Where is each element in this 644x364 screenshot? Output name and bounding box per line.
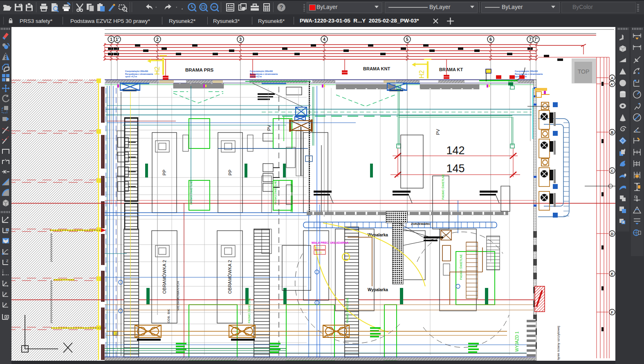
svg-text:2: 2: [156, 37, 159, 42]
svg-text:B: B: [611, 130, 614, 135]
svg-text:Czerpnia/wylot 200x400: Czerpnia/wylot 200x400: [125, 70, 148, 72]
svg-text:PV: PV: [435, 129, 440, 135]
svg-text:PASMO ŚWIETLNE: PASMO ŚWIETLNE: [274, 180, 277, 204]
svg-text:Wypalarka: Wypalarka: [368, 233, 388, 237]
svg-text:BRAMA PRS: BRAMA PRS: [185, 67, 214, 72]
svg-text:ODB. BIK: ODB. BIK: [167, 309, 171, 323]
svg-text:Wypalarka: Wypalarka: [368, 288, 388, 292]
svg-text:Z: Z: [5, 302, 7, 306]
svg-text:145: 145: [446, 162, 464, 175]
svg-text:3: 3: [239, 37, 242, 42]
svg-text:MAŁA PREC. UKŁADARKA: MAŁA PREC. UKŁADARKA: [312, 241, 348, 244]
svg-text:H2: H2: [154, 66, 161, 75]
svg-text:E: E: [611, 272, 613, 276]
svg-text:1': 1': [116, 37, 119, 42]
svg-text:Y: Y: [5, 292, 7, 295]
svg-text:?: ?: [280, 4, 283, 11]
svg-text:4: 4: [323, 37, 325, 42]
svg-text:6: 6: [489, 37, 492, 42]
svg-text:1: 1: [110, 37, 112, 42]
svg-text:BRAMA KT: BRAMA KT: [439, 67, 463, 72]
svg-text:tęnie ściany szczytowej: tęnie ściany szczytowej: [556, 326, 560, 360]
svg-text:OBRAMÓWKA 2: OBRAMÓWKA 2: [227, 260, 232, 294]
svg-text:7: 7: [529, 37, 532, 42]
svg-text:Perspektywa z obramowania: Perspektywa z obramowania: [250, 73, 278, 75]
svg-text:D: D: [611, 232, 614, 236]
svg-text:Czerpnia/wylot 200x400: Czerpnia/wylot 200x400: [515, 70, 538, 72]
svg-text:PASMO ŚWIETLNE: PASMO ŚWIETLNE: [346, 297, 349, 323]
svg-text:WYJAZD 1: WYJAZD 1: [515, 331, 519, 352]
svg-text:TOP: TOP: [578, 68, 590, 75]
svg-text:A: A: [611, 76, 614, 80]
svg-text:F: F: [611, 310, 613, 315]
svg-text:Czerpnia/wylot 200x400: Czerpnia/wylot 200x400: [250, 70, 273, 72]
svg-text:X: X: [5, 281, 7, 285]
svg-text:A': A': [610, 82, 614, 86]
svg-text:spód +4,2 m: spód +4,2 m: [250, 75, 262, 78]
svg-text:142: 142: [446, 144, 464, 157]
svg-text:ZGRZEWARKI: ZGRZEWARKI: [411, 222, 430, 225]
svg-text:Z: Z: [6, 259, 9, 263]
svg-text:7': 7': [534, 37, 538, 42]
svg-text:5: 5: [406, 37, 408, 42]
svg-text:C: C: [611, 169, 614, 173]
svg-text:Perspektywa z obramowania: Perspektywa z obramowania: [125, 73, 153, 75]
svg-text:PASMO ŚWIETLNE: PASMO ŚWIETLNE: [441, 174, 444, 200]
svg-text:BRAMA KNT: BRAMA KNT: [363, 66, 390, 71]
svg-text:NIERAMOWANYCH: NIERAMOWANYCH: [176, 281, 180, 311]
svg-text:H2: H2: [418, 70, 425, 79]
svg-text:Perspektywa z obramowania: Perspektywa z obramowania: [515, 73, 543, 75]
svg-text:PV: PV: [267, 125, 272, 131]
svg-text:H.08: H.08: [316, 251, 322, 254]
svg-text:PP: PP: [162, 170, 167, 176]
svg-text:PASMO ŚWIETLNE: PASMO ŚWIETLNE: [247, 297, 251, 323]
svg-text:PASMO ŚWIETLNE: PASMO ŚWIETLNE: [459, 254, 462, 280]
svg-text:spód +4,2 m: spód +4,2 m: [125, 75, 137, 78]
svg-text:PP: PP: [228, 170, 233, 176]
svg-text:H.07: H.07: [316, 246, 322, 249]
svg-text:OBRAMÓWKA 2: OBRAMÓWKA 2: [162, 260, 167, 294]
